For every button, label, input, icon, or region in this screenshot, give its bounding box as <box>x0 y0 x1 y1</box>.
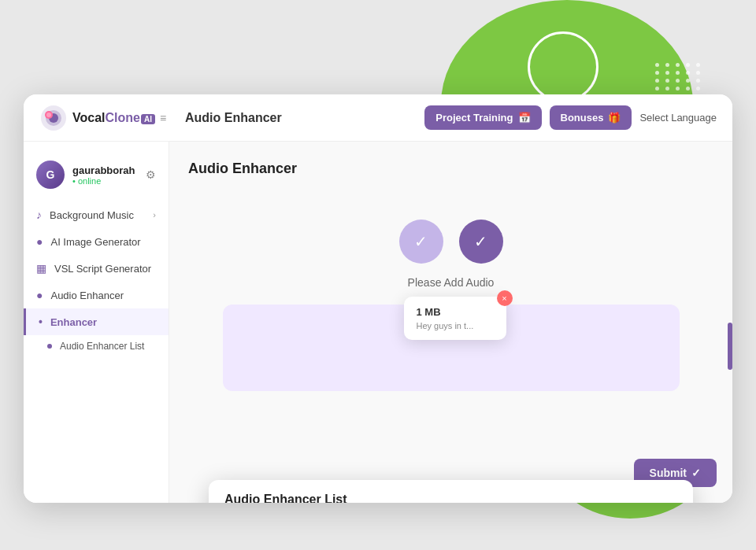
calendar-icon: 📅 <box>518 112 531 124</box>
logo-area: VocalCloneAI ≡ <box>39 104 185 132</box>
chevron-right-icon: › <box>153 210 156 220</box>
sidebar-item-enhancer[interactable]: • Enhancer <box>24 308 169 335</box>
file-name: Hey guys in t... <box>417 321 494 330</box>
header-actions: Project Training 📅 Bonuses 🎁 Select Lang… <box>424 105 717 130</box>
project-training-label: Project Training <box>435 112 513 124</box>
app-container: VocalCloneAI ≡ Audio Enhancer Project Tr… <box>24 94 732 503</box>
sidebar-item-label: Audio Enhancer <box>50 290 124 301</box>
file-size: 1 MB <box>417 306 494 318</box>
app-header: VocalCloneAI ≡ Audio Enhancer Project Tr… <box>24 94 732 142</box>
dot-pattern <box>655 63 702 90</box>
user-name: gaurabborah <box>72 164 138 176</box>
logo-text: VocalCloneAI <box>72 111 155 125</box>
script-icon: ▦ <box>36 262 46 275</box>
file-card: × 1 MB Hey guys in t... <box>404 297 506 340</box>
sidebar-item-background-music[interactable]: ♪ Background Music › <box>24 201 169 228</box>
upload-circle-dark: ✓ <box>459 220 503 264</box>
dot-icon: • <box>39 316 43 328</box>
submit-label: Submit <box>650 467 687 479</box>
sidebar-item-label: Enhancer <box>50 316 97 328</box>
sidebar-item-label: Audio Enhancer List <box>60 341 144 352</box>
please-add-text: Please Add Audio <box>408 276 495 289</box>
sidebar-item-label: Background Music <box>50 209 134 221</box>
sidebar: G gaurabborah • online ⚙ ♪ Background Mu… <box>24 142 169 503</box>
bonuses-button[interactable]: Bonuses 🎁 <box>550 105 632 130</box>
check-icon: ✓ <box>691 467 701 479</box>
check-icon-dark: ✓ <box>474 232 487 251</box>
audio-icon: ● <box>36 289 43 301</box>
menu-icon[interactable]: ≡ <box>160 112 166 124</box>
app-body: G gaurabborah • online ⚙ ♪ Background Mu… <box>24 142 732 503</box>
page-title: Audio Enhancer <box>185 111 424 125</box>
section-title: Audio Enhancer <box>188 161 713 177</box>
project-training-button[interactable]: Project Training 📅 <box>424 105 541 130</box>
close-icon[interactable]: × <box>497 290 513 306</box>
upload-area: ✓ ✓ Please Add Audio × 1 MB Hey guys in … <box>188 196 713 415</box>
sidebar-item-audio-enhancer-list[interactable]: Audio Enhancer List <box>24 335 169 357</box>
scroll-indicator <box>728 323 732 370</box>
select-language-button[interactable]: Select Language <box>639 112 717 124</box>
sidebar-item-vsl-script-generator[interactable]: ▦ VSL Script Generator <box>24 255 169 282</box>
user-status: • online <box>72 176 138 186</box>
avatar: G <box>36 161 65 189</box>
bg-circle <box>528 31 598 102</box>
main-content: Audio Enhancer ✓ ✓ Please Add Audio × <box>169 142 732 503</box>
bonuses-label: Bonuses <box>561 112 604 124</box>
music-icon: ♪ <box>36 209 42 221</box>
sub-dot-icon <box>47 344 52 349</box>
sidebar-item-label: AI Image Generator <box>50 236 140 248</box>
svg-point-4 <box>46 113 51 117</box>
sidebar-item-ai-image-generator[interactable]: ● AI Image Generator <box>24 228 169 255</box>
upload-circles: ✓ ✓ <box>399 220 503 264</box>
settings-icon[interactable]: ⚙ <box>146 168 156 181</box>
sidebar-item-audio-enhancer[interactable]: ● Audio Enhancer <box>24 282 169 308</box>
list-panel-header: Audio Enhancer List <box>209 480 693 503</box>
list-panel: Audio Enhancer List SI Creation Date Tit… <box>209 480 693 503</box>
drop-zone[interactable]: × 1 MB Hey guys in t... <box>223 305 680 391</box>
user-section: G gaurabborah • online ⚙ <box>24 154 169 201</box>
sidebar-item-label: VSL Script Generator <box>54 263 151 275</box>
logo-icon <box>39 104 68 132</box>
check-icon-light: ✓ <box>414 232 428 251</box>
gift-icon: 🎁 <box>608 112 621 124</box>
upload-circle-light: ✓ <box>399 220 443 264</box>
image-icon: ● <box>36 235 43 248</box>
